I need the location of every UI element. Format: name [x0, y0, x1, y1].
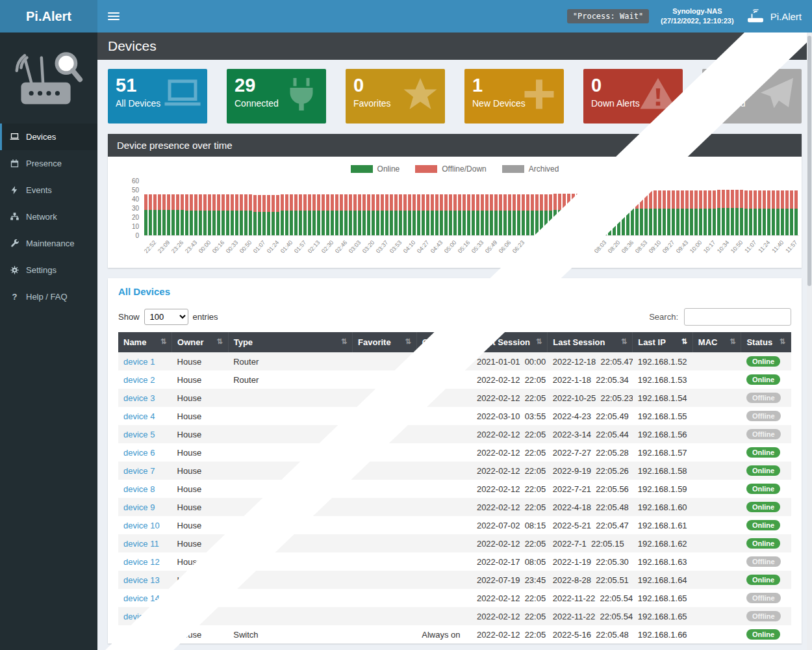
status-badge: Offline: [746, 393, 781, 403]
brand-link[interactable]: Pi.Alert: [746, 9, 802, 23]
sidebar-item-settings[interactable]: Settings: [0, 257, 97, 283]
chart-bar: [190, 194, 193, 235]
chart-bar: [740, 190, 743, 235]
summary-card[interactable]: 29 Connected: [227, 69, 326, 124]
summary-card[interactable]: 51 All Devices: [108, 69, 207, 124]
cell-owner: House: [172, 370, 229, 389]
sidebar-item-devices[interactable]: Devices: [0, 124, 97, 150]
cell-mac: [692, 407, 741, 425]
sort-icon: ⇅: [405, 337, 411, 346]
x-axis-tick: 06:39: [525, 239, 540, 254]
device-link[interactable]: device 9: [123, 502, 155, 512]
chart-bar: [490, 194, 493, 235]
column-header-last-session[interactable]: Last Session⇅: [548, 332, 633, 352]
device-link[interactable]: device 15: [123, 630, 160, 640]
cell-group: [416, 370, 472, 389]
device-link[interactable]: device 1: [123, 357, 155, 367]
cell-last_session: 2022-5-21 22:05.47: [548, 516, 633, 534]
device-link[interactable]: device 5: [123, 430, 155, 439]
sort-icon: ⇅: [341, 337, 347, 346]
cell-last_session: 2022-1-19 22:05.30: [548, 552, 633, 571]
main-content: Devices 51 All Devices 29 Connected 0 Fa…: [97, 32, 812, 650]
chart-bar: [344, 194, 348, 235]
sidebar-item-help[interactable]: ? Help / FAQ: [0, 283, 97, 310]
cell-owner: House: [172, 607, 229, 625]
page-title: Devices: [97, 32, 812, 60]
status-badge: Online: [746, 502, 780, 512]
chart-bar: [253, 195, 257, 235]
table-row: device 5House2022-02-12 22:052022-3-14 2…: [118, 425, 791, 443]
device-link[interactable]: device 11: [123, 539, 159, 549]
device-link[interactable]: device 14: [123, 593, 160, 603]
column-header-group[interactable]: Group⇅: [416, 332, 472, 352]
summary-card[interactable]: 0 Down Alerts: [583, 69, 683, 124]
column-header-type[interactable]: Type⇅: [228, 332, 352, 352]
chart-bar: [358, 194, 361, 235]
chart-bar: [581, 192, 584, 235]
y-axis-tick: 60: [121, 177, 139, 185]
column-header-last-ip[interactable]: Last IP⇅: [633, 332, 693, 352]
device-link[interactable]: device 12: [123, 557, 160, 567]
column-header-favorite[interactable]: Favorite⇅: [353, 332, 417, 352]
summary-card[interactable]: 0 Archived: [702, 69, 802, 124]
cell-first_session: 2022-02-12 22:05: [472, 389, 548, 407]
device-link[interactable]: device 3: [123, 393, 155, 403]
warning-icon: [639, 74, 678, 114]
chart-bar: [385, 194, 388, 235]
x-axis-tick: 04:10: [402, 239, 417, 254]
column-header-first-session[interactable]: First Session⇅: [472, 332, 548, 352]
sidebar-item-presence[interactable]: Presence: [0, 150, 97, 177]
app-logo[interactable]: Pi.Alert: [0, 0, 97, 32]
cell-owner: House: [172, 552, 229, 571]
device-link[interactable]: device 13: [123, 575, 160, 585]
cell-type: [228, 571, 352, 589]
cell-last_ip: 192.168.1.63: [633, 552, 693, 571]
table-row: device 14House2022-02-12 22:052022-11-22…: [118, 607, 791, 625]
vertical-scrollbar[interactable]: [807, 32, 812, 650]
chart-bar: [440, 194, 443, 235]
page-length-select[interactable]: 100: [144, 309, 188, 325]
summary-card[interactable]: 1 New Devices: [464, 69, 564, 124]
sidebar-toggle-icon[interactable]: [108, 12, 120, 20]
sidebar-item-events[interactable]: Events: [0, 177, 97, 203]
chart-bar: [322, 194, 325, 235]
cell-favorite: [353, 516, 417, 534]
device-link[interactable]: device 4: [123, 411, 155, 421]
chart-bar: [367, 194, 370, 235]
presence-panel-title: Device presence over time: [108, 134, 802, 157]
chart-bar: [376, 194, 379, 235]
device-link[interactable]: device 14: [123, 612, 160, 621]
cell-last_session: 2022-11-22 22:05.54: [548, 589, 633, 607]
chart-bar: [149, 194, 152, 235]
sidebar-item-maintenance[interactable]: Maintenance: [0, 230, 97, 257]
cell-mac: [692, 552, 741, 571]
column-header-name[interactable]: Name⇅: [118, 332, 172, 352]
cell-group: [416, 480, 472, 498]
device-link[interactable]: device 10: [123, 521, 160, 530]
cell-owner: House: [172, 462, 229, 480]
x-axis-tick: 03:53: [388, 239, 403, 254]
summary-card[interactable]: 0 Favorites: [346, 69, 445, 124]
cell-type: Router: [228, 370, 352, 389]
device-link[interactable]: device 7: [123, 466, 155, 476]
column-header-status[interactable]: Status⇅: [741, 332, 791, 352]
device-link[interactable]: device 2: [123, 375, 155, 385]
column-header-mac[interactable]: MAC⇅: [692, 332, 741, 352]
calendar-icon: [10, 159, 19, 168]
chart-bar: [485, 194, 488, 235]
device-link[interactable]: device 6: [123, 448, 155, 458]
sort-icon: ⇅: [460, 337, 466, 346]
legend-label: Archived: [529, 164, 559, 174]
question-icon: ?: [10, 292, 19, 302]
plus-icon: [520, 74, 559, 114]
chart-bar: [144, 194, 147, 235]
chart-bar: [794, 190, 798, 235]
cell-mac: [692, 425, 741, 443]
scrollbar-thumb[interactable]: [807, 36, 811, 286]
cell-last_ip: 192.168.1.65: [633, 607, 693, 625]
column-header-owner[interactable]: Owner⇅: [172, 332, 229, 352]
search-input[interactable]: [684, 308, 791, 326]
sidebar-item-network[interactable]: Network: [0, 203, 97, 230]
tab-all-devices[interactable]: All Devices: [118, 286, 170, 297]
device-link[interactable]: device 8: [123, 484, 155, 494]
